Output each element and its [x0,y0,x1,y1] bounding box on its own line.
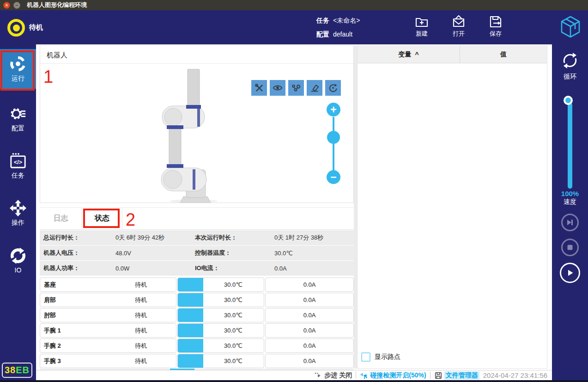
file-manager-label: 文件管理器 [444,371,479,380]
collision-icon [360,371,368,380]
loop-button[interactable]: 循环 [552,51,588,81]
run-icon [9,55,27,73]
robot-status-icon [7,19,25,37]
info-row: 机器人功率：0.0W IO电流：0.0A [40,261,354,276]
joint-current: 0.0A [303,312,316,319]
joint-temp: 30.0℃ [203,357,263,364]
statusbar-divider [356,372,356,379]
step-mode-toggle[interactable]: 步进 关闭 [314,371,352,380]
table-row: 手腕 3待机 30.0℃ 0.0A [40,354,354,368]
speed-slider-handle[interactable] [564,96,573,105]
zoom-slider-track[interactable] [333,117,334,172]
collision-detection-toggle[interactable]: 碰撞检测开启(50%) [360,371,426,380]
new-task-button[interactable]: 新建 [407,14,436,42]
move-arrows-icon [9,199,27,217]
sidebar-item-config[interactable]: 配置 [0,101,36,137]
show-waypoints-checkbox[interactable] [361,352,370,362]
tab-log[interactable]: 日志 [40,208,82,229]
show-waypoints-label: 显示路点 [375,353,400,361]
sidebar-item-task[interactable]: </> 任务 [0,148,36,184]
save-task-button[interactable]: 保存 [481,14,510,42]
joint-name: 肩部 [44,296,56,304]
stop-button[interactable] [561,239,579,256]
sidebar-item-io[interactable]: IO [0,242,36,278]
erase-button[interactable] [307,80,322,96]
log-status-tabs: 日志 状态 [40,207,354,230]
joint-temp: 30.0℃ [203,327,263,334]
value-column-header[interactable]: 值 [460,46,547,63]
play-button[interactable] [560,263,580,283]
robot-panel-title: 机器人 [40,46,353,64]
new-task-label: 新建 [416,30,428,38]
joint-temp: 30.0℃ [203,312,263,319]
open-icon [451,14,466,29]
speed-slider-track[interactable] [568,103,572,189]
path-button[interactable] [288,80,304,96]
sidebar-run-label: 运行 [12,74,24,83]
joint-current: 0.0A [303,281,316,288]
tab-status[interactable]: 状态 [82,208,122,229]
open-task-button[interactable]: 打开 [444,14,473,42]
file-manager-button[interactable]: 文件管理器 [434,371,479,380]
window-title: 机器人图形化编程环境 [27,1,87,9]
app-header: 待机 任务<未命名> 配置default 新建 打开 保存 [0,10,588,44]
minimize-icon[interactable]: − [13,2,20,9]
temp-level-indicator [178,308,203,322]
loop-icon [560,51,580,70]
sidebar-config-label: 配置 [12,124,24,133]
info-row: 机器人电压：48.0V 控制器温度：30.0℃ [40,246,354,260]
collision-detection-label: 碰撞检测开启(50%) [370,371,426,380]
status-bar: 步进 关闭 碰撞检测开启(50%) 文件管理器 2024-04-27 23:41… [36,370,552,380]
gear-icon [9,105,27,123]
joint-current: 0.0A [303,296,316,303]
reset-view-button[interactable] [325,80,341,96]
joint-state: 待机 [135,342,147,350]
play-icon [565,268,575,277]
step-forward-button[interactable] [561,214,579,231]
close-icon[interactable]: × [3,2,10,9]
rotate-icon [328,83,338,93]
joint-status-table: 基座待机 30.0℃ 0.0A 肩部待机 30.0℃ 0.0A 肘部待机 30.… [40,277,354,369]
config-value: default [333,31,352,38]
joint-temp: 30.0℃ [203,281,263,288]
zoom-in-button[interactable]: + [327,103,340,117]
titlebar: × − 机器人图形化编程环境 [0,0,588,10]
visibility-button[interactable] [270,80,285,96]
eraser-icon [309,83,320,93]
waypoint-path-icon [291,83,301,93]
sidebar-operate-label: 操作 [12,219,24,227]
save-icon [488,14,503,29]
zoom-out-button[interactable]: − [327,170,340,184]
joint-name: 手腕 3 [44,357,61,365]
temp-level-indicator [178,354,203,368]
joint-state: 待机 [135,281,147,289]
sidebar-item-run[interactable]: 运行 [0,49,36,89]
temp-level-indicator [178,339,203,352]
table-row: 基座待机 30.0℃ 0.0A [40,277,354,292]
zoom-widget: + − [327,103,340,184]
info-row: 总运行时长：0天 6时 39分 42秒 本次运行时长：0天 1时 27分 38秒 [40,230,354,245]
tools-button[interactable] [251,80,267,96]
joint-name: 肘部 [44,311,56,320]
temp-level-indicator [178,324,203,337]
joint-name: 手腕 2 [44,342,61,350]
step-mode-label: 步进 关闭 [324,371,352,380]
show-waypoints-row: 显示路点 [361,352,400,362]
svg-text:</>: </> [14,159,22,166]
robot-panel: 机器人 + − [40,45,354,203]
sidebar-item-operate[interactable]: 操作 [0,195,36,231]
robot-view-toolbar [251,80,341,96]
annotation-number-2: 2 [126,211,135,228]
joint-current: 0.0A [303,327,316,334]
step-forward-icon [565,218,575,227]
robot-3d-view[interactable] [153,69,222,203]
annotation-number-1: 1 [43,68,53,86]
variable-column-header[interactable]: 变量 ^ [358,46,460,63]
joint-temp: 30.0℃ [203,296,263,303]
zoom-slider-handle[interactable] [327,131,340,144]
statusbar-divider [430,372,430,379]
loop-label: 循环 [564,73,576,81]
table-row: 肩部待机 30.0℃ 0.0A [40,293,354,307]
sidebar-io-label: IO [15,266,22,274]
status-code-badge: 38EB [2,363,32,378]
